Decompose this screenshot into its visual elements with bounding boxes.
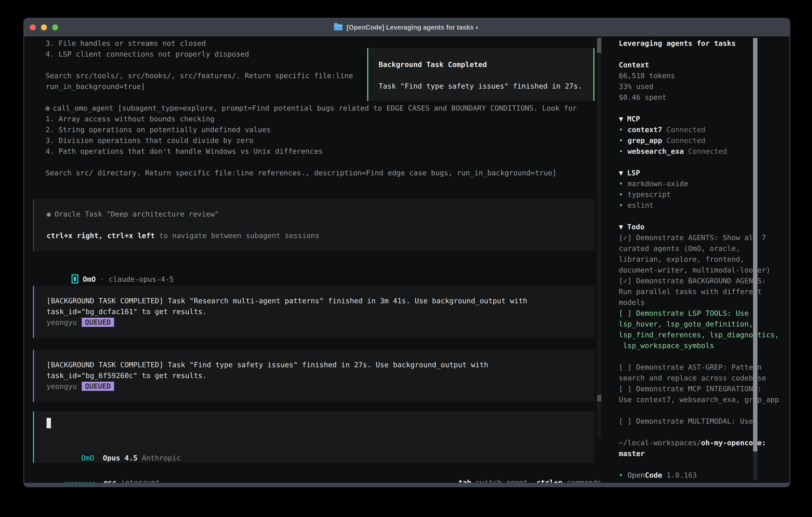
terminal-line: 3. File handles or streams not closed xyxy=(46,38,577,49)
text-cursor xyxy=(47,418,51,428)
chevron-down-icon: ▼ xyxy=(619,169,623,177)
terminal-window: [OpenCode] Leveraging agents for tasks ◐… xyxy=(23,18,790,487)
message-line-2: task_id="bg_dcfac161" to get results. xyxy=(47,306,594,317)
context-stats: 66,518 tokens33% used$0.46 spent xyxy=(619,71,790,103)
todo-line: [✓] Demonstrate BACKGROUND AGENTS: xyxy=(619,275,790,286)
todo-line: Run parallel tasks with different xyxy=(619,286,790,297)
mcp-name: grep_app xyxy=(628,136,662,144)
terminal-line: Search src/ directory. Return specific f… xyxy=(46,167,577,178)
lsp-list: •markdown-oxide•typescript•eslint xyxy=(619,178,790,211)
bullet-icon: • xyxy=(619,147,623,155)
mcp-name: websearch_exa xyxy=(628,147,684,155)
todo-line: [ ] Demonstrate MULTIMODAL: Use xyxy=(619,416,790,427)
terminal-line-text: 1. Array access without bounds checking xyxy=(46,115,214,123)
terminal-line: 3. Division operations that could divide… xyxy=(46,135,577,146)
chevron-down-icon: ▼ xyxy=(619,115,623,123)
todo-line: search and replace across codebase xyxy=(619,373,790,383)
desktop-background: { "titlebar": { "title": "[OpenCode] Lev… xyxy=(0,0,812,517)
chevron-down-icon: ▼ xyxy=(619,223,623,231)
terminal-line xyxy=(46,157,577,167)
bullet-icon: • xyxy=(619,471,623,479)
lsp-item: •markdown-oxide xyxy=(619,178,790,189)
main-scrollbar-track[interactable] xyxy=(597,37,601,438)
main-scrollbar-mark[interactable] xyxy=(597,395,601,402)
todo-line: lsp_hover, lsp_goto_definition, xyxy=(619,319,790,329)
oracle-task-text: Oracle Task "Deep architecture review" xyxy=(55,210,219,218)
todo-line: [ ] Demonstrate MCP INTEGRATIONS: xyxy=(619,383,790,394)
terminal-line-text: Search src/tools/, src/hooks/, src/featu… xyxy=(46,72,353,80)
todo-line: document-writer, multimodal-looker) xyxy=(619,265,790,275)
terminal-line-text: Search src/ directory. Return specific f… xyxy=(46,169,557,177)
app-name-light: Open xyxy=(628,471,645,479)
todo-line: [ ] Demonstrate AST-GREP: Pattern xyxy=(619,362,790,373)
bullet-icon: • xyxy=(619,126,623,134)
agent-model: claude-opus-4-5 xyxy=(109,275,174,283)
terminal-line: 4. Path operations that don't handle Win… xyxy=(46,146,577,157)
queued-badge: QUEUED xyxy=(82,382,114,391)
folder-icon xyxy=(334,24,343,30)
todo-line: lsp_workspace_symbols xyxy=(619,340,790,351)
session-title: Leveraging agents for tasks xyxy=(619,38,790,49)
oracle-task-box: ◉Oracle Task "Deep architecture review" … xyxy=(33,199,594,251)
todo-line: curated agents (OmO, oracle, xyxy=(619,243,790,254)
terminal-line: ⚙call_omo_agent [subagent_type=explore, … xyxy=(46,103,577,113)
modeline-model[interactable]: Opus 4.5 xyxy=(103,454,138,462)
mcp-section-header[interactable]: ▼MCP xyxy=(619,113,790,124)
sidebar-scrollbar-thumb[interactable] xyxy=(753,38,757,452)
agent-name: OmO xyxy=(83,275,96,283)
terminal-line-text: call_omo_agent [subagent_type=explore, p… xyxy=(53,104,577,112)
terminal-line-text: 4. LSP client connections not properly d… xyxy=(46,50,249,58)
lsp-name: eslint xyxy=(628,201,654,209)
message-line-1: [BACKGROUND TASK COMPLETED] Task "Find t… xyxy=(47,359,594,370)
todo-section-header[interactable]: ▼Todo xyxy=(619,221,790,232)
input-modeline: OmO Opus 4.5 Anthropic xyxy=(47,442,181,453)
todo-line: [ ] Demonstrate LSP TOOLS: Use xyxy=(619,308,790,319)
modeline-agent: OmO xyxy=(81,454,94,462)
terminal-line-text: 4. Path operations that don't handle Win… xyxy=(46,147,323,155)
lsp-section-header[interactable]: ▼LSP xyxy=(619,167,790,178)
modeline-provider: Anthropic xyxy=(138,454,181,462)
message-line-2: task_id="bg_6f59260c" to get results. xyxy=(47,370,594,381)
window-bottom-edge xyxy=(24,483,789,486)
window-titlebar[interactable]: [OpenCode] Leveraging agents for tasks ◐ xyxy=(24,19,789,36)
todo-line: lsp_find_references, lsp_diagnostics, xyxy=(619,329,790,340)
session-sidebar: Leveraging agents for tasks Context 66,5… xyxy=(615,36,790,481)
toast-title: Background Task Completed xyxy=(379,59,593,70)
terminal-content: 3. File handles or streams not closed4. … xyxy=(24,36,789,483)
message-line-1: [BACKGROUND TASK COMPLETED] Task "Resear… xyxy=(47,296,594,306)
context-stat: 66,518 tokens xyxy=(619,71,790,81)
bullet-icon: • xyxy=(619,180,623,188)
background-task-message: [BACKGROUND TASK COMPLETED] Task "Resear… xyxy=(33,286,594,338)
message-meta: yeongyuQUEUED xyxy=(47,317,594,328)
bullet-icon: • xyxy=(619,190,623,198)
toast-body: Task "Find type safety issues" finished … xyxy=(379,81,593,91)
todo-line: models xyxy=(619,297,790,308)
lsp-name: markdown-oxide xyxy=(628,180,688,188)
lsp-item: •typescript xyxy=(619,189,790,200)
todo-line xyxy=(619,351,790,362)
oracle-hint-line: ctrl+x right, ctrl+x left to navigate be… xyxy=(47,230,594,241)
lsp-name: typescript xyxy=(628,190,671,198)
main-scrollbar-thumb[interactable] xyxy=(597,38,601,53)
mcp-item: •websearch_exa Connected xyxy=(619,146,790,157)
version-line: •OpenCode 1.0.163 xyxy=(619,470,790,481)
context-stat: $0.46 spent xyxy=(619,92,790,103)
message-meta: yeongyuQUEUED xyxy=(47,381,594,392)
todo-line: [✓] Demonstrate AGENTS: Show all 7 xyxy=(619,232,790,243)
lsp-heading: LSP xyxy=(627,169,640,177)
mcp-item: •grep_app Connected xyxy=(619,135,790,146)
gear-icon: ⚙ xyxy=(46,104,50,112)
lsp-item: •eslint xyxy=(619,200,790,211)
background-task-message: [BACKGROUND TASK COMPLETED] Task "Find t… xyxy=(33,350,594,402)
window-title-wrap: [OpenCode] Leveraging agents for tasks ◐ xyxy=(24,19,789,36)
oracle-hint-keys: ctrl+x right, ctrl+x left xyxy=(47,232,155,240)
app-version: 1.0.163 xyxy=(662,471,697,479)
agent-separator: · xyxy=(96,275,109,283)
status-bar: esc interrupt tab switch agentctrl+p com… xyxy=(38,466,601,477)
app-name-bold: Code xyxy=(645,471,662,479)
terminal-line-text: 3. File handles or streams not closed xyxy=(46,39,206,47)
agent-checkbox-icon xyxy=(71,274,78,283)
prompt-input[interactable]: OmO Opus 4.5 Anthropic xyxy=(33,411,594,463)
todo-line: librarian, explore, frontend, xyxy=(619,254,790,265)
context-heading: Context xyxy=(619,60,790,71)
